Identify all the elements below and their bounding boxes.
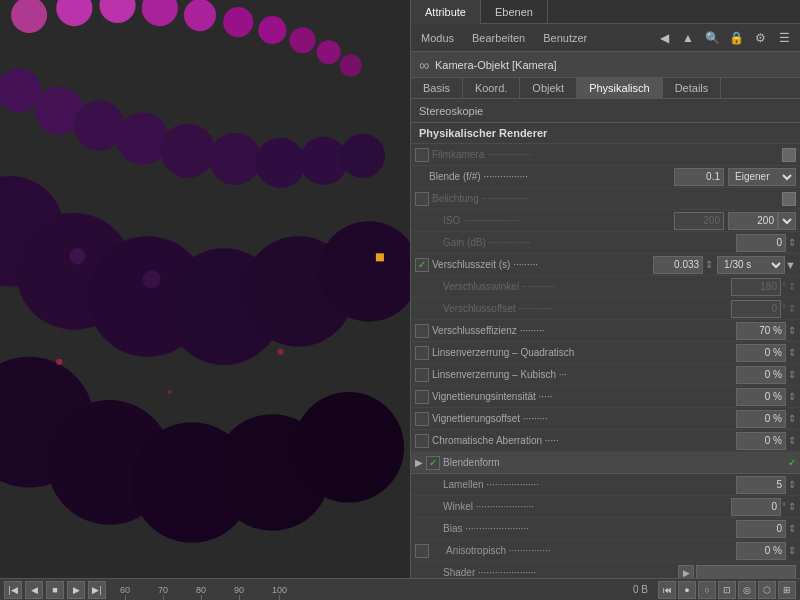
blendenform-check-on: ✓ <box>429 457 437 468</box>
arrow-up-icon[interactable]: ▲ <box>678 28 698 48</box>
section-header: Physikalischer Renderer <box>411 123 800 144</box>
check-on-icon: ✓ <box>418 259 426 270</box>
bias-arrow[interactable]: ⇕ <box>788 523 796 534</box>
filmkamera-toggle[interactable] <box>782 148 796 162</box>
svg-point-15 <box>289 27 315 53</box>
tab-objekt[interactable]: Objekt <box>520 78 577 98</box>
linsenverz-k-input[interactable] <box>736 366 786 384</box>
verschlusszeit-select[interactable]: 1/30 s 1/60 s 1/125 s <box>717 256 785 274</box>
iso-input2[interactable] <box>728 212 778 230</box>
verschlusszeit-checkbox[interactable]: ✓ <box>415 258 429 272</box>
menu-icon[interactable]: ☰ <box>774 28 794 48</box>
chrom-abbi-checkbox[interactable] <box>415 434 429 448</box>
arrow-left-icon[interactable]: ◀ <box>654 28 674 48</box>
filmkamera-checkbox[interactable] <box>415 148 429 162</box>
verschlusszeit-input[interactable] <box>653 256 703 274</box>
vignett-off-input[interactable] <box>736 410 786 428</box>
svg-point-41 <box>56 359 62 365</box>
tab-details[interactable]: Details <box>663 78 722 98</box>
prop-vignett-off: Vignettierungsoffset ········· ⇕ <box>411 408 800 430</box>
timeline-icon-1[interactable]: ⏮ <box>658 581 676 599</box>
chrom-abbi-input[interactable] <box>736 432 786 450</box>
bottom-icons: ⏮ ● ○ ⊡ ◎ ⬡ ⊞ <box>654 581 800 599</box>
vignett-int-arrow[interactable]: ⇕ <box>788 391 796 402</box>
linsenverz-q-input[interactable] <box>736 344 786 362</box>
vignett-int-input[interactable] <box>736 388 786 406</box>
gain-arrow[interactable]: ⇕ <box>788 237 796 248</box>
verschlusseffizienz-input[interactable] <box>736 322 786 340</box>
skip-end-btn[interactable]: ▶| <box>88 581 106 599</box>
properties-panel[interactable]: Filmkamera ················ Blende (f/#)… <box>411 144 800 578</box>
skip-start-btn[interactable]: |◀ <box>4 581 22 599</box>
linsenverz-k-label: Linsenverzerrung – Kubisch ··· <box>432 369 736 380</box>
lamellen-input[interactable] <box>736 476 786 494</box>
blendenform-checkbox[interactable]: ✓ <box>426 456 440 470</box>
search-icon[interactable]: 🔍 <box>702 28 722 48</box>
timeline-icon-5[interactable]: ◎ <box>738 581 756 599</box>
lamellen-arrow[interactable]: ⇕ <box>788 479 796 490</box>
chrom-abbi-arrow[interactable]: ⇕ <box>788 435 796 446</box>
prop-blendenform: ▶ ✓ Blendenform ✓ <box>411 452 800 474</box>
bias-input[interactable] <box>736 520 786 538</box>
svg-point-16 <box>317 40 341 64</box>
linsenverz-k-checkbox[interactable] <box>415 368 429 382</box>
svg-point-14 <box>258 16 286 44</box>
shader-input-area[interactable] <box>696 565 796 579</box>
linsenverz-q-checkbox[interactable] <box>415 346 429 360</box>
anisotropisch-arrow[interactable]: ⇕ <box>788 545 796 556</box>
anisotropisch-checkbox[interactable] <box>415 544 429 558</box>
modus-button[interactable]: Modus <box>417 30 458 46</box>
shader-arrow-icon: ▶ <box>683 568 690 578</box>
vignett-off-checkbox[interactable] <box>415 412 429 426</box>
timeline-icon-4[interactable]: ⊡ <box>718 581 736 599</box>
prop-belichtung: Belichtung ················· <box>411 188 800 210</box>
tab-basis[interactable]: Basis <box>411 78 463 98</box>
bearbeiten-button[interactable]: Bearbeiten <box>468 30 529 46</box>
belichtung-checkbox[interactable] <box>415 192 429 206</box>
linsenverz-k-arrow[interactable]: ⇕ <box>788 369 796 380</box>
timeline-icon-3[interactable]: ○ <box>698 581 716 599</box>
verschlusseffizienz-arrow[interactable]: ⇕ <box>788 325 796 336</box>
benutzer-button[interactable]: Benutzer <box>539 30 591 46</box>
timeline-icon-7[interactable]: ⊞ <box>778 581 796 599</box>
blendenform-toggle-icon[interactable]: ▶ <box>415 457 423 468</box>
lock-icon[interactable]: 🔒 <box>726 28 746 48</box>
iso-select[interactable] <box>778 212 796 230</box>
svg-point-24 <box>255 138 305 188</box>
verschlusseffizienz-checkbox[interactable] <box>415 324 429 338</box>
winkel-input[interactable] <box>731 498 781 516</box>
play-reverse-btn[interactable]: ◀ <box>25 581 43 599</box>
verschlusszeit-arrow[interactable]: ⇕ <box>705 259 713 270</box>
vignett-off-arrow[interactable]: ⇕ <box>788 413 796 424</box>
belichtung-toggle[interactable] <box>782 192 796 206</box>
tab-physikalisch[interactable]: Physikalisch <box>577 78 663 98</box>
tab-ebenen[interactable]: Ebenen <box>481 0 548 24</box>
timeline-ruler: 60 70 80 90 100 <box>110 579 627 601</box>
prop-chrom-abbi: Chromatische Aberration ····· ⇕ <box>411 430 800 452</box>
tab-koord[interactable]: Koord. <box>463 78 520 98</box>
verschlusswinkel-arrow: ⇕ <box>788 281 796 292</box>
shader-btn[interactable]: ▶ <box>678 565 694 579</box>
prop-verschlusswinkel: Verschlusswinkel ············ ° ⇕ <box>411 276 800 298</box>
blende-input[interactable] <box>674 168 724 186</box>
toolbar: Modus Bearbeiten Benutzer ◀ ▲ 🔍 🔒 ⚙ ☰ <box>411 24 800 52</box>
stop-btn[interactable]: ■ <box>46 581 64 599</box>
play-btn[interactable]: ▶ <box>67 581 85 599</box>
tab-attribute[interactable]: Attribute <box>411 0 481 24</box>
viewport <box>0 0 410 578</box>
settings-icon[interactable]: ⚙ <box>750 28 770 48</box>
timeline-icon-2[interactable]: ● <box>678 581 696 599</box>
vignett-int-checkbox[interactable] <box>415 390 429 404</box>
timeline-icon-6[interactable]: ⬡ <box>758 581 776 599</box>
sub-tab-stereoskopie[interactable]: Stereoskopie <box>419 105 483 117</box>
gain-input[interactable] <box>736 234 786 252</box>
tab-bar-top: Attribute Ebenen <box>411 0 800 24</box>
vignett-int-label: Vignettierungsintensität ····· <box>432 391 736 402</box>
iso-label: ISO ····················· <box>429 215 674 226</box>
iso-input <box>674 212 724 230</box>
winkel-arrow[interactable]: ⇕ <box>788 501 796 512</box>
blende-select[interactable]: Eigener f/1.4 f/2.0 <box>728 168 796 186</box>
linsenverz-q-arrow[interactable]: ⇕ <box>788 347 796 358</box>
blendenform-value: ✓ <box>788 457 796 468</box>
anisotropisch-input[interactable] <box>736 542 786 560</box>
